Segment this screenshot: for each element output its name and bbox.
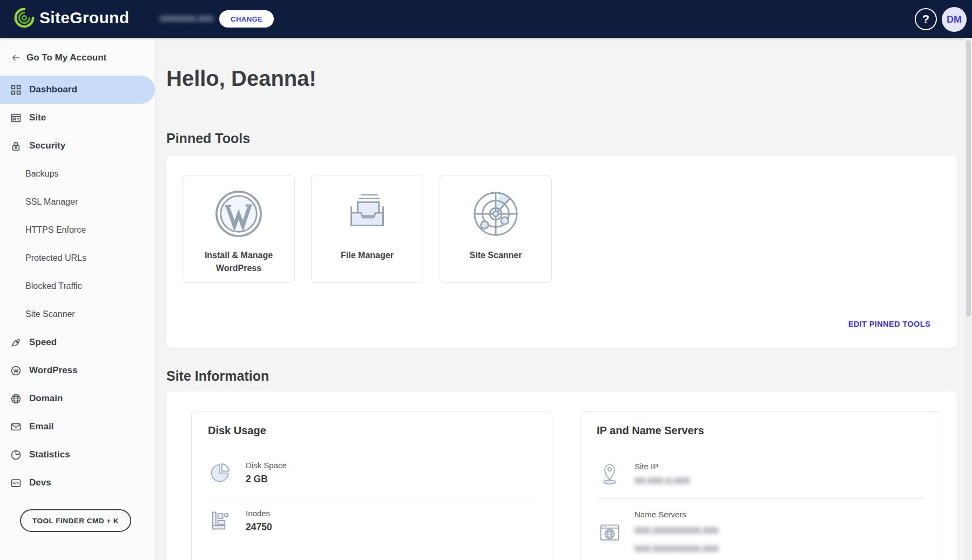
change-domain-button[interactable]: CHANGE bbox=[219, 10, 274, 28]
inodes-row: Inodes 24750 bbox=[208, 508, 536, 533]
current-domain-redacted: xxxxxxx.xxx bbox=[160, 13, 213, 24]
sidebar-item-label: Dashboard bbox=[29, 84, 77, 95]
sidebar-item-label: Site bbox=[29, 112, 46, 123]
dashboard-grid-icon bbox=[11, 85, 21, 95]
sidebar-item-dashboard[interactable]: Dashboard bbox=[0, 76, 155, 104]
sidebar-item-security[interactable]: Security bbox=[0, 132, 155, 160]
globe-icon bbox=[11, 394, 21, 404]
site-information-panel: Disk Usage Disk Space 2 GB bbox=[166, 392, 957, 560]
inodes-value: 24750 bbox=[246, 522, 272, 533]
sidebar-item-label: Email bbox=[29, 421, 53, 432]
sidebar-item-devs[interactable]: Devs bbox=[0, 469, 155, 497]
divider bbox=[597, 498, 924, 499]
disk-space-value: 2 GB bbox=[246, 474, 287, 485]
brand-name: SiteGround bbox=[39, 9, 129, 27]
disk-usage-title: Disk Usage bbox=[208, 424, 536, 437]
name-server-2-redacted: xxx.xxxxxxxxx.xxx bbox=[634, 541, 719, 556]
sidebar-item-site-scanner[interactable]: Site Scanner bbox=[0, 300, 155, 328]
pinned-tools-list: Install & Manage WordPress File Manager bbox=[183, 175, 552, 283]
sidebar-item-label: SSL Manager bbox=[25, 197, 78, 207]
inodes-label: Inodes bbox=[246, 509, 272, 518]
tool-card-label: File Manager bbox=[328, 249, 407, 262]
sidebar-item-protected-urls[interactable]: Protected URLs bbox=[0, 244, 155, 272]
sidebar-item-blocked-traffic[interactable]: Blocked Traffic bbox=[0, 272, 155, 300]
sidebar-item-domain[interactable]: Domain bbox=[0, 384, 155, 413]
go-to-my-account-link[interactable]: Go To My Account bbox=[11, 52, 106, 63]
topbar: SiteGround xxxxxxx.xxx CHANGE ? DM bbox=[0, 0, 972, 38]
avatar[interactable]: DM bbox=[942, 7, 967, 32]
divider bbox=[208, 497, 536, 497]
site-ip-row: Site IP xx.xxx.x.xxx bbox=[597, 461, 924, 487]
ip-nameservers-card: IP and Name Servers Site IP xx.xxx.x.xxx bbox=[580, 411, 941, 560]
pie-chart-icon bbox=[11, 450, 21, 460]
sidebar-item-speed[interactable]: Speed bbox=[0, 328, 155, 356]
svg-text:W: W bbox=[14, 367, 18, 373]
main-content: Hello, Deanna! Pinned Tools Install & Ma… bbox=[155, 38, 972, 560]
avatar-initials: DM bbox=[947, 14, 962, 25]
scrollbar-thumb[interactable] bbox=[966, 40, 971, 316]
tool-card-label: Install & Manage WordPress bbox=[183, 249, 294, 275]
sidebar-item-label: Domain bbox=[29, 393, 63, 404]
site-ip-label: Site IP bbox=[634, 462, 690, 471]
nameserver-globe-icon bbox=[597, 522, 623, 544]
siteground-logo-icon bbox=[14, 8, 35, 28]
edit-pinned-tools-link[interactable]: EDIT PINNED TOOLS bbox=[848, 320, 930, 328]
sidebar-item-https-enforce[interactable]: HTTPS Enforce bbox=[0, 216, 155, 244]
page-title: Hello, Deanna! bbox=[166, 66, 316, 90]
tool-card-file-manager[interactable]: File Manager bbox=[311, 175, 423, 283]
sidebar-item-site[interactable]: Site bbox=[0, 104, 155, 132]
back-arrow-icon bbox=[11, 53, 21, 63]
tool-card-site-scanner[interactable]: Site Scanner bbox=[440, 175, 552, 283]
question-mark-icon: ? bbox=[922, 12, 929, 26]
pinned-tools-heading: Pinned Tools bbox=[166, 131, 250, 146]
envelope-icon bbox=[11, 422, 21, 432]
sidebar-item-label: Backups bbox=[25, 169, 58, 179]
site-ip-value-redacted: xx.xxx.x.xxx bbox=[634, 475, 690, 486]
sidebar-item-wordpress[interactable]: W WordPress bbox=[0, 356, 155, 384]
wordpress-icon: W bbox=[11, 366, 21, 376]
location-pin-icon bbox=[597, 461, 623, 487]
sidebar-nav: Dashboard Site Security Backups SSL Mana… bbox=[0, 76, 155, 497]
disk-space-label: Disk Space bbox=[246, 461, 287, 470]
back-link-label: Go To My Account bbox=[26, 52, 106, 63]
site-information-heading: Site Information bbox=[166, 368, 269, 384]
help-button[interactable]: ? bbox=[915, 8, 937, 30]
sidebar-item-label: HTTPS Enforce bbox=[25, 225, 86, 235]
name-servers-label: Name Servers bbox=[634, 510, 719, 519]
tool-card-install-manage-wordpress[interactable]: Install & Manage WordPress bbox=[183, 175, 295, 283]
tool-card-label: Site Scanner bbox=[457, 249, 535, 262]
name-servers-row: Name Servers xxx.xxxxxxxxx.xxx xxx.xxxxx… bbox=[597, 510, 924, 556]
sidebar-item-label: Statistics bbox=[29, 449, 70, 460]
sidebar-item-email[interactable]: Email bbox=[0, 413, 155, 441]
wordpress-logo-icon bbox=[213, 184, 264, 244]
sidebar-item-label: Speed bbox=[29, 337, 57, 348]
sidebar-item-label: Devs bbox=[29, 477, 51, 488]
name-server-1-redacted: xxx.xxxxxxxxx.xxx bbox=[634, 523, 719, 537]
sidebar-item-ssl-manager[interactable]: SSL Manager bbox=[0, 188, 155, 216]
sidebar-item-backups[interactable]: Backups bbox=[0, 160, 155, 188]
pinned-tools-panel: Install & Manage WordPress File Manager bbox=[166, 156, 957, 348]
code-window-icon bbox=[11, 478, 21, 488]
lock-icon bbox=[11, 141, 21, 151]
file-tray-icon bbox=[342, 184, 393, 244]
ip-nameservers-title: IP and Name Servers bbox=[597, 424, 924, 437]
sidebar-item-label: Site Scanner bbox=[25, 309, 75, 319]
sidebar-item-statistics[interactable]: Statistics bbox=[0, 441, 155, 469]
sidebar-item-label: Security bbox=[29, 140, 65, 151]
sidebar: Go To My Account Dashboard Site Security… bbox=[0, 38, 155, 560]
site-browser-icon bbox=[11, 113, 21, 123]
radar-icon bbox=[470, 184, 521, 244]
siteground-logo[interactable]: SiteGround bbox=[14, 8, 129, 28]
sidebar-item-label: WordPress bbox=[29, 365, 77, 376]
tool-finder-button[interactable]: TOOL FINDER CMD + K bbox=[20, 509, 131, 532]
pie-slice-icon bbox=[208, 462, 234, 484]
disk-space-row: Disk Space 2 GB bbox=[208, 461, 536, 485]
sidebar-item-label: Blocked Traffic bbox=[25, 281, 82, 291]
rocket-icon bbox=[11, 338, 21, 348]
sidebar-item-label: Protected URLs bbox=[25, 253, 86, 263]
disk-usage-card: Disk Usage Disk Space 2 GB bbox=[191, 411, 552, 560]
inodes-tree-icon bbox=[208, 508, 234, 533]
